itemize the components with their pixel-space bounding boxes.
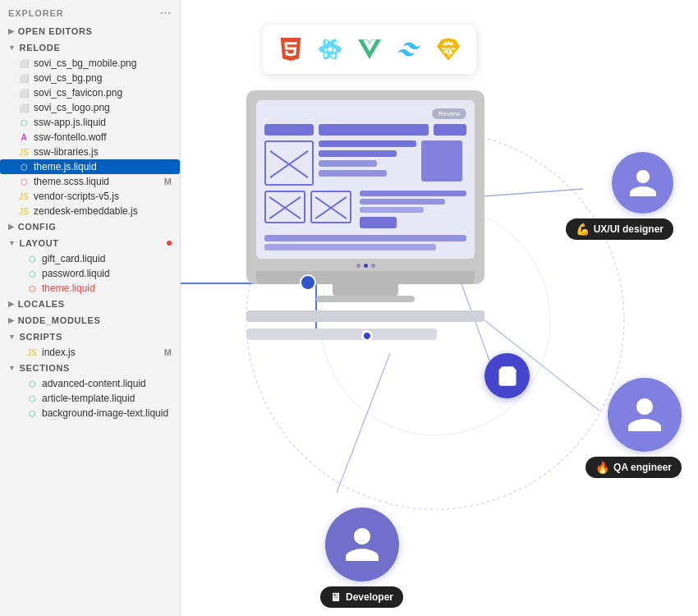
file-sovi-logo[interactable]: ⬜ sovi_cs_logo.png [0, 100, 180, 115]
file-icon-liquid: ⬡ [26, 409, 38, 418]
connect-dot-diagram [361, 330, 373, 342]
ux-designer-bubble: 💪 UX/UI designer [566, 152, 673, 240]
tech-icons-bar [263, 25, 476, 74]
node-modules-section[interactable]: ▶ node_modules [0, 312, 180, 329]
developer-bubble: 🖥 Developer [320, 508, 403, 608]
ux-designer-avatar [612, 152, 673, 214]
file-icon-js: JS [26, 348, 38, 357]
file-ssw-fontello[interactable]: A ssw-fontello.woff [0, 130, 180, 145]
scripts-section[interactable]: ▼ scripts [0, 329, 180, 345]
file-icon-liquid: ⬡ [26, 269, 38, 278]
file-sovi-favicon[interactable]: ⬜ sovi_cs_favicon.png [0, 85, 180, 100]
monitor-mockup: Review [246, 90, 484, 340]
file-icon-png: ⬜ [18, 89, 30, 98]
layout-section[interactable]: ▼ layout [0, 235, 180, 251]
developer-label: 🖥 Developer [320, 586, 403, 608]
qa-engineer-avatar [608, 378, 682, 452]
react-icon [315, 34, 345, 64]
file-article-template[interactable]: ⬡ article-template.liquid [0, 391, 180, 406]
carousel-dot-1 [356, 264, 360, 268]
file-icon-js: JS [18, 148, 30, 157]
sections-section[interactable]: ▼ sections [0, 360, 180, 376]
file-theme-scss[interactable]: ⬡ theme.scss.liquid M [0, 174, 180, 189]
relode-section[interactable]: ▼ RELODE [0, 39, 180, 56]
modified-badge: M [164, 177, 172, 186]
carousel-dot-3 [371, 264, 375, 268]
qa-engineer-bubble: 🔥 QA engineer [585, 378, 682, 478]
open-editors-section[interactable]: ▶ OPEN EDITORS [0, 23, 180, 39]
file-theme-js[interactable]: ⬡ theme.js.liquid [0, 159, 180, 174]
tailwind-icon [394, 34, 424, 64]
file-ssw-app[interactable]: ⬡ ssw-app.js.liquid [0, 115, 180, 130]
file-icon-liquid: ⬡ [26, 379, 38, 388]
file-icon-liquid: ⬡ [26, 255, 38, 264]
file-index-js[interactable]: JS index.js M [0, 345, 180, 360]
file-icon-liquid: ⬡ [18, 163, 30, 172]
file-icon-js: JS [18, 207, 30, 216]
sidebar-title: EXPLORER [8, 8, 64, 18]
monitor-status: Review [432, 108, 466, 119]
file-icon-scss: ⬡ [18, 177, 30, 186]
file-sovi-bg-mobile[interactable]: ⬜ sovi_cs_bg_mobile.png [0, 56, 180, 71]
file-sovi-bg[interactable]: ⬜ sovi_cs_bg.png [0, 71, 180, 85]
file-icon-liquid-red: ⬡ [26, 284, 38, 293]
main-area: Review [181, 0, 698, 616]
file-icon-liquid: ⬡ [18, 118, 30, 127]
ux-designer-label: 💪 UX/UI designer [566, 218, 673, 240]
sidebar: EXPLORER ··· ▶ OPEN EDITORS ▼ RELODE ⬜ s… [0, 0, 181, 616]
file-vendor-scripts[interactable]: JS vendor-scripts-v5.js [0, 189, 180, 204]
file-theme-liquid[interactable]: ⬡ theme.liquid [0, 281, 180, 296]
modified-badge-index: M [164, 347, 172, 357]
file-icon-liquid: ⬡ [26, 394, 38, 403]
sidebar-more-icon[interactable]: ··· [160, 7, 172, 20]
file-gift-card[interactable]: ⬡ gift_card.liquid [0, 251, 180, 266]
cart-bubble [484, 353, 530, 398]
locales-section[interactable]: ▶ locales [0, 296, 180, 312]
carousel-dot-2 [364, 264, 368, 268]
monitor-screen: Review [256, 100, 475, 259]
file-background-image-text[interactable]: ⬡ background-image-text.liquid [0, 406, 180, 421]
sidebar-header: EXPLORER ··· [0, 0, 180, 23]
file-icon-png: ⬜ [18, 74, 30, 83]
connect-dot-sidebar [300, 274, 316, 291]
sketch-icon [434, 34, 463, 64]
file-ssw-libraries[interactable]: JS ssw-libraries.js [0, 145, 180, 159]
config-section[interactable]: ▶ config [0, 218, 180, 235]
file-icon-font: A [18, 133, 30, 142]
file-zendesk[interactable]: JS zendesk-embeddable.js [0, 204, 180, 218]
file-icon-png: ⬜ [18, 103, 30, 113]
svg-line-5 [337, 353, 390, 493]
file-password[interactable]: ⬡ password.liquid [0, 266, 180, 281]
file-icon-js: JS [18, 192, 30, 201]
html5-icon [276, 34, 305, 64]
qa-engineer-label: 🔥 QA engineer [585, 457, 682, 478]
vue-icon [355, 34, 384, 64]
file-icon-png: ⬜ [18, 59, 30, 68]
developer-avatar [325, 508, 399, 582]
file-advanced-content[interactable]: ⬡ advanced-content.liquid [0, 376, 180, 391]
